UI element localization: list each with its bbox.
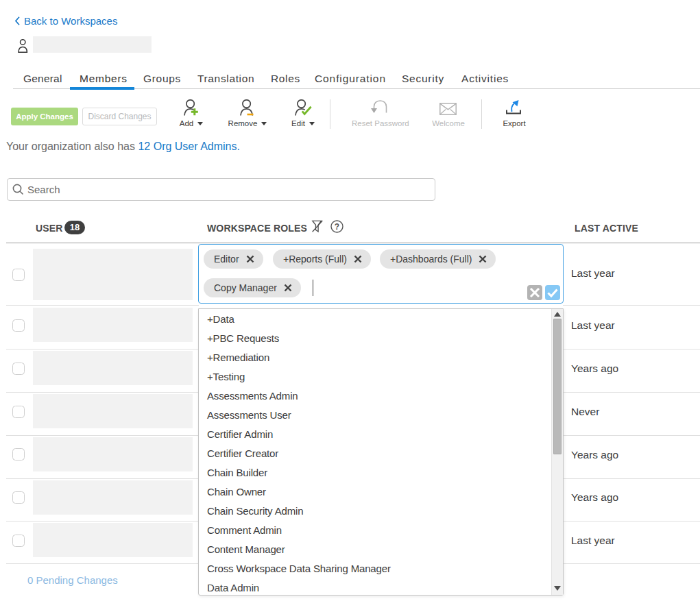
svg-text:?: ?	[335, 222, 339, 232]
